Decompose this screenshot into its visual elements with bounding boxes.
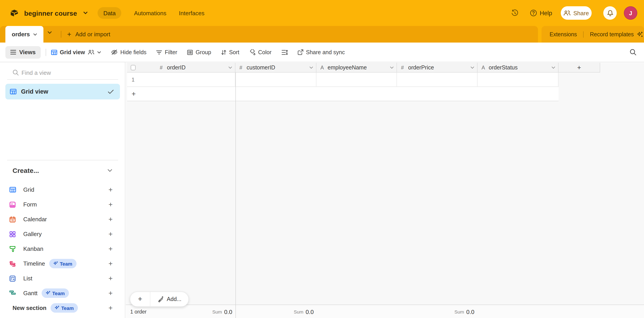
kanban-view-icon — [9, 245, 16, 252]
field-header-orderstatus[interactable]: A orderStatus — [478, 63, 558, 73]
divider — [7, 160, 118, 160]
cell-orderid[interactable] — [156, 73, 236, 87]
create-heading: Create... — [12, 167, 39, 174]
field-header-customerid[interactable]: # customerID — [236, 63, 316, 73]
summary-sum-orderprice[interactable]: Sum 0.0 — [398, 305, 474, 318]
add-icon[interactable]: + — [106, 289, 114, 297]
add-or-import-button[interactable]: + Add or import — [67, 26, 110, 43]
create-item-label: Gantt — [23, 290, 38, 296]
chevron-down-icon — [97, 51, 101, 54]
sidebar-view-grid-view[interactable]: Grid view — [5, 84, 120, 99]
chevron-down-icon[interactable] — [228, 66, 232, 69]
workspace-chevron-down-icon[interactable] — [83, 11, 88, 14]
divider — [7, 79, 118, 80]
svg-text:31: 31 — [12, 219, 14, 221]
add-icon[interactable]: + — [106, 215, 114, 223]
create-section-header[interactable]: Create... — [0, 166, 125, 177]
group-icon — [187, 50, 193, 55]
help-menu[interactable]: Help — [530, 0, 552, 26]
notifications-button[interactable] — [603, 6, 617, 20]
add-record-row[interactable]: + — [127, 87, 558, 101]
summary-sum-customerid[interactable]: Sum 0.0 — [237, 305, 314, 318]
summary-sum-orderid[interactable]: Sum 0.0 — [156, 305, 232, 318]
extensions-button[interactable]: Extensions — [550, 31, 577, 37]
table-tab-label: orders — [12, 31, 30, 38]
add-record-pill: + Add... — [130, 291, 189, 307]
create-item-kanban[interactable]: Kanban + — [0, 241, 125, 256]
sum-value: 0.0 — [224, 308, 232, 315]
create-item-calendar[interactable]: 31 Calendar + — [0, 212, 125, 227]
create-item-list[interactable]: List + — [0, 271, 125, 286]
create-item-grid[interactable]: Grid + — [0, 182, 125, 197]
hide-fields-button[interactable]: Hide fields — [111, 49, 146, 55]
divider — [583, 31, 584, 37]
current-view-button[interactable]: Grid view — [51, 49, 101, 55]
color-button[interactable]: Color — [249, 49, 272, 55]
divider — [61, 31, 61, 38]
create-item-gantt[interactable]: Gantt Team + — [0, 286, 125, 300]
add-record-button[interactable]: + — [130, 292, 150, 306]
grid-summary-bar: 1 order Sum 0.0 Sum 0.0 Sum 0.0 — [126, 304, 644, 318]
hide-fields-label: Hide fields — [120, 49, 146, 55]
sparkle-icon — [637, 31, 643, 37]
cell-orderstatus[interactable] — [478, 73, 558, 87]
frozen-column-separator[interactable] — [236, 73, 236, 318]
add-icon[interactable]: + — [106, 304, 114, 312]
group-button[interactable]: Group — [187, 49, 211, 55]
team-badge-label: Team — [60, 261, 72, 266]
share-and-sync-button[interactable]: Share and sync — [298, 49, 345, 55]
add-icon[interactable]: + — [106, 245, 114, 253]
chevron-down-icon[interactable] — [390, 66, 394, 69]
cell-customerid[interactable] — [236, 73, 316, 87]
workspace-title[interactable]: beginner course — [24, 0, 77, 26]
filter-button[interactable]: Filter — [156, 49, 178, 55]
record-templates-button[interactable]: Record templates — [590, 31, 634, 37]
tab-interfaces[interactable]: Interfaces — [179, 10, 204, 16]
share-button[interactable]: Share — [561, 6, 592, 20]
eye-slash-icon — [111, 49, 118, 55]
help-icon — [530, 10, 537, 17]
tab-data[interactable]: Data — [98, 7, 122, 19]
tab-automations[interactable]: Automations — [134, 10, 166, 16]
add-with-ai-button[interactable]: Add... — [150, 292, 188, 306]
add-icon[interactable]: + — [106, 186, 114, 194]
cell-orderprice[interactable] — [397, 73, 478, 87]
add-icon[interactable]: + — [106, 200, 114, 208]
grid-header-row: # orderID # customerID A employeeName # … — [127, 63, 600, 73]
number-field-type-icon: # — [240, 65, 244, 70]
table-menu-chevron-icon — [33, 33, 37, 36]
create-item-form[interactable]: Form + — [0, 197, 125, 212]
table-list-chevron-icon[interactable] — [48, 31, 52, 34]
field-header-orderprice[interactable]: # orderPrice — [397, 63, 478, 73]
find-view-input[interactable] — [22, 67, 111, 78]
add-icon[interactable]: + — [106, 274, 114, 282]
sum-value: 0.0 — [466, 308, 474, 315]
table-tab-orders[interactable]: orders — [5, 26, 44, 43]
bell-icon — [607, 10, 613, 17]
add-icon[interactable]: + — [106, 230, 114, 238]
cell-employeename[interactable] — [316, 73, 397, 87]
record-row-1[interactable]: 1 — [127, 73, 558, 87]
views-toggle-button[interactable]: Views — [5, 46, 40, 59]
add-field-button[interactable]: + — [558, 63, 600, 73]
user-avatar[interactable]: J — [624, 6, 637, 20]
airtable-logo-icon[interactable] — [10, 9, 19, 17]
chevron-down-icon[interactable] — [309, 66, 313, 69]
sort-button[interactable]: Sort — [221, 49, 240, 55]
field-header-employeename[interactable]: A employeeName — [316, 63, 397, 73]
create-item-gallery[interactable]: Gallery + — [0, 227, 125, 241]
create-item-new-section[interactable]: New section Team + — [0, 300, 125, 315]
row-height-button[interactable] — [281, 50, 288, 55]
chevron-down-icon[interactable] — [551, 66, 556, 69]
add-icon[interactable]: + — [106, 259, 114, 268]
current-view-label: Grid view — [60, 49, 85, 55]
create-item-label: New section — [12, 304, 46, 311]
chevron-down-icon[interactable] — [470, 66, 474, 69]
history-icon[interactable] — [511, 0, 519, 26]
field-header-orderid[interactable]: # orderID — [156, 63, 236, 73]
create-item-label: Timeline — [23, 260, 45, 267]
views-label: Views — [19, 49, 36, 56]
search-icon[interactable] — [630, 49, 636, 56]
create-item-timeline[interactable]: Timeline Team + — [0, 256, 125, 271]
select-all-checkbox[interactable] — [131, 65, 136, 70]
